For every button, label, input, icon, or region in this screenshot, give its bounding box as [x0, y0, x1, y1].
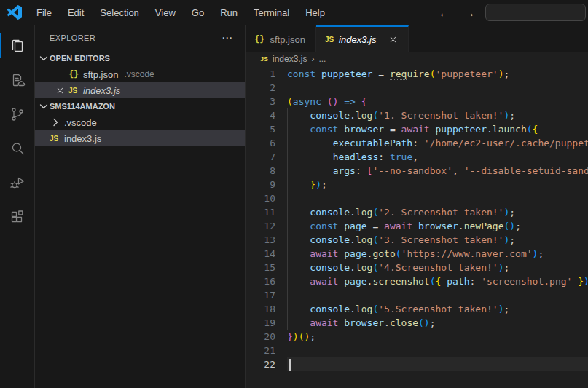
line-content: await browser.close(); [287, 316, 588, 330]
line-content: await page.goto('https://www.naver.com')… [287, 247, 588, 261]
source-control-icon [9, 106, 26, 123]
code-line-13[interactable]: 13 console.log('3. Screenshot taken!'); [246, 233, 588, 247]
explorer-button[interactable] [0, 28, 35, 63]
code-line-22[interactable]: 22 [246, 357, 588, 371]
code-line-16[interactable]: 16 await page.screenshot({ path: 'screen… [246, 274, 588, 288]
indent-guide [287, 288, 288, 302]
section-label: SMS114AMAZON [50, 102, 115, 111]
indent-guide [287, 233, 288, 247]
sidebar-header: EXPLORER ⋯ [35, 25, 245, 50]
menu-run[interactable]: Run [212, 0, 246, 25]
open-editor-index3-js[interactable]: JSindex3.js [35, 82, 245, 98]
breadcrumb-file[interactable]: index3.js [273, 54, 307, 64]
line-content: })(); [287, 330, 588, 344]
section-header-open-editors[interactable]: OPEN EDITORS [35, 50, 245, 66]
run-debug-button[interactable] [0, 165, 35, 199]
explorer-icon [9, 37, 26, 55]
tab-label: index3.js [339, 34, 376, 45]
sidebar-sections: OPEN EDITORS{}sftp.json.vscodeJSindex3.j… [35, 50, 245, 146]
line-number: 2 [246, 81, 275, 95]
tree-item-index3-js[interactable]: JSindex3.js [35, 130, 245, 146]
code-line-7[interactable]: 7 headless: true, [246, 150, 588, 164]
code-line-9[interactable]: 9 }); [246, 178, 588, 191]
extensions-button[interactable] [0, 199, 35, 234]
indent-guide [310, 136, 310, 150]
code-line-21[interactable]: 21 [246, 344, 588, 357]
code-line-10[interactable]: 10 [246, 191, 588, 205]
code-line-4[interactable]: 4 console.log('1. Screenshot taken!'); [246, 108, 588, 122]
tree-item--vscode[interactable]: .vscode [35, 114, 245, 130]
nav-forward-icon[interactable]: → [464, 7, 475, 19]
code-line-12[interactable]: 12 const page = await browser.newPage(); [246, 219, 588, 233]
line-number: 20 [246, 330, 275, 344]
code-line-2[interactable]: 2 [246, 81, 588, 95]
indent-guide [287, 316, 288, 330]
menu-terminal[interactable]: Terminal [246, 0, 297, 25]
code-line-17[interactable]: 17 [246, 288, 588, 302]
breadcrumb-more[interactable]: ... [318, 54, 326, 64]
code-line-18[interactable]: 18 console.log('5.Screenshot taken!'); [246, 302, 588, 316]
code-lines: 1const puppeteer = require('puppeteer');… [246, 67, 588, 371]
indent-guide [287, 261, 288, 274]
code-line-20[interactable]: 20})(); [246, 330, 588, 344]
menu-view[interactable]: View [147, 0, 184, 25]
indent-guide [287, 205, 288, 219]
remote-files-button[interactable] [0, 63, 35, 97]
remote-files-icon [9, 71, 26, 89]
activity-bar [0, 25, 35, 388]
nav-back-icon[interactable]: ← [439, 7, 450, 19]
search-button[interactable] [0, 131, 35, 165]
indent-guide [310, 164, 310, 178]
code-line-6[interactable]: 6 executablePath: '/home/ec2-user/.cache… [246, 136, 588, 150]
line-content: args: ['--no-sandbox', '--disable-setuid… [287, 164, 588, 178]
item-label: index3.js [64, 133, 101, 144]
search-icon [9, 140, 26, 157]
code-line-11[interactable]: 11 console.log('2. Screenshot taken!'); [246, 205, 588, 219]
editor-group: {}sftp.jsonJSindex3.js JS index3.js › ..… [246, 25, 588, 388]
indent-guide [310, 150, 310, 164]
line-number: 15 [246, 261, 275, 274]
menu-file[interactable]: File [28, 0, 60, 25]
history-nav: ← → [439, 7, 475, 19]
code-editor[interactable]: 1const puppeteer = require('puppeteer');… [246, 66, 588, 388]
item-label: .vscode [64, 117, 97, 128]
indent-guide [287, 136, 288, 150]
line-content [287, 191, 588, 205]
close-editor-button[interactable] [55, 86, 68, 95]
code-line-15[interactable]: 15 console.log('4.Screenshot taken!'); [246, 261, 588, 274]
run-debug-icon [9, 174, 26, 191]
chevron-down-icon [38, 52, 50, 64]
command-center-search[interactable] [485, 4, 586, 21]
item-label: index3.js [83, 85, 120, 96]
code-line-3[interactable]: 3(async () => { [246, 95, 588, 108]
source-control-button[interactable] [0, 97, 35, 131]
code-line-5[interactable]: 5 const browser = await puppeteer.launch… [246, 122, 588, 136]
tab-bar: {}sftp.jsonJSindex3.js [246, 25, 588, 52]
line-number: 21 [246, 344, 275, 357]
menu-selection[interactable]: Selection [92, 0, 146, 25]
tab-sftp-json[interactable]: {}sftp.json [246, 25, 316, 52]
section-label: OPEN EDITORS [50, 54, 110, 63]
line-number: 12 [246, 219, 275, 233]
menu-go[interactable]: Go [184, 0, 212, 25]
indent-guide [287, 122, 288, 136]
line-content: console.log('1. Screenshot taken!'); [287, 108, 588, 122]
code-line-19[interactable]: 19 await browser.close(); [246, 316, 588, 330]
code-line-8[interactable]: 8 args: ['--no-sandbox', '--disable-setu… [246, 164, 588, 178]
breadcrumb[interactable]: JS index3.js › ... [246, 52, 588, 66]
js-file-icon: JS [260, 55, 268, 63]
close-tab-button[interactable] [388, 35, 398, 44]
code-line-1[interactable]: 1const puppeteer = require('puppeteer'); [246, 67, 588, 81]
code-line-14[interactable]: 14 await page.goto('https://www.naver.co… [246, 247, 588, 261]
tab-index3-js[interactable]: JSindex3.js [316, 25, 409, 52]
line-number: 14 [246, 247, 275, 261]
menu-edit[interactable]: Edit [60, 0, 92, 25]
indent-guide [287, 178, 288, 191]
open-editor-sftp-json[interactable]: {}sftp.json.vscode [35, 66, 245, 82]
sidebar-more-button[interactable]: ⋯ [222, 31, 233, 44]
menu-help[interactable]: Help [297, 0, 333, 25]
line-content: executablePath: '/home/ec2-user/.cache/p… [287, 136, 588, 150]
line-number: 5 [246, 122, 275, 136]
item-label: sftp.json [83, 69, 118, 80]
section-header-sms114amazon[interactable]: SMS114AMAZON [35, 98, 245, 114]
